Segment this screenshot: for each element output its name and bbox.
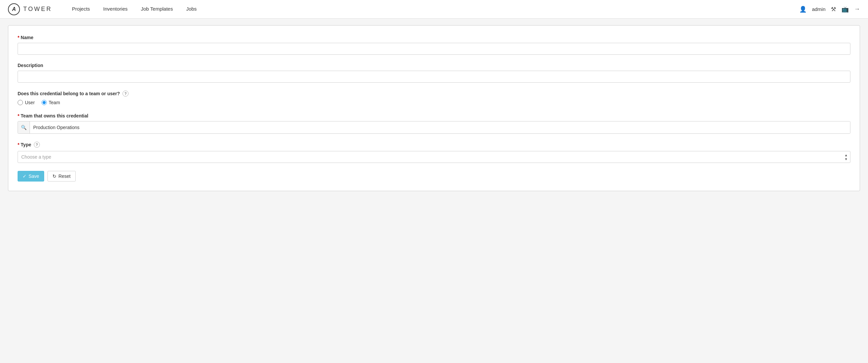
- save-button[interactable]: ✓ Save: [18, 171, 44, 182]
- form-card: Name Description Does this credential be…: [8, 25, 860, 191]
- name-input[interactable]: [18, 43, 850, 55]
- nav-links: Projects Inventories Job Templates Jobs: [65, 0, 799, 19]
- brand-name: TOWER: [23, 6, 52, 12]
- description-label: Description: [18, 63, 850, 68]
- navbar: A TOWER Projects Inventories Job Templat…: [0, 0, 868, 19]
- ownership-group: Does this credential belong to a team or…: [18, 91, 850, 105]
- nav-right: 👤 admin ⚒ 📺 →: [799, 6, 860, 13]
- page-content: Name Description Does this credential be…: [0, 19, 868, 198]
- team-owner-label: Team that owns this credential: [18, 113, 850, 119]
- reset-icon: ↻: [53, 173, 57, 179]
- ownership-radio-group: User Team: [18, 100, 850, 105]
- nav-jobs[interactable]: Jobs: [180, 0, 204, 19]
- team-owner-group: Team that owns this credential 🔍: [18, 113, 850, 134]
- type-group: Type ? Choose a type ▲ ▼: [18, 142, 850, 163]
- radio-user[interactable]: [18, 100, 23, 105]
- monitor-icon[interactable]: 📺: [841, 6, 849, 13]
- type-select-display[interactable]: Choose a type: [18, 151, 850, 163]
- radio-team[interactable]: [41, 100, 47, 105]
- description-input[interactable]: [18, 71, 850, 82]
- save-icon: ✓: [23, 173, 27, 179]
- nav-projects[interactable]: Projects: [65, 0, 97, 19]
- description-group: Description: [18, 63, 850, 82]
- nav-inventories[interactable]: Inventories: [97, 0, 134, 19]
- brand-logo: A: [8, 3, 20, 15]
- team-search-wrapper: 🔍: [18, 121, 850, 134]
- reset-label: Reset: [58, 173, 71, 179]
- reset-button[interactable]: ↻ Reset: [48, 171, 76, 182]
- name-group: Name: [18, 35, 850, 55]
- type-label: Type: [18, 142, 31, 147]
- type-select-wrapper: Choose a type ▲ ▼: [18, 151, 850, 163]
- ownership-help-icon[interactable]: ?: [123, 91, 128, 97]
- settings-icon[interactable]: ⚒: [831, 6, 836, 13]
- brand-logo-link[interactable]: A TOWER: [8, 3, 52, 15]
- ownership-question-line: Does this credential belong to a team or…: [18, 91, 850, 97]
- ownership-question-text: Does this credential belong to a team or…: [18, 91, 120, 96]
- team-search-icon[interactable]: 🔍: [18, 122, 30, 133]
- form-btn-row: ✓ Save ↻ Reset: [18, 171, 850, 182]
- radio-user-label[interactable]: User: [18, 100, 35, 105]
- type-placeholder: Choose a type: [21, 154, 51, 160]
- radio-team-label[interactable]: Team: [41, 100, 60, 105]
- name-label: Name: [18, 35, 850, 40]
- type-label-line: Type ?: [18, 142, 850, 147]
- save-label: Save: [29, 173, 39, 179]
- logout-icon[interactable]: →: [854, 6, 860, 12]
- nav-job-templates[interactable]: Job Templates: [134, 0, 179, 19]
- team-search-input[interactable]: [30, 122, 850, 133]
- nav-username[interactable]: admin: [812, 6, 826, 12]
- type-help-icon[interactable]: ?: [34, 142, 40, 147]
- user-icon: 👤: [799, 6, 807, 13]
